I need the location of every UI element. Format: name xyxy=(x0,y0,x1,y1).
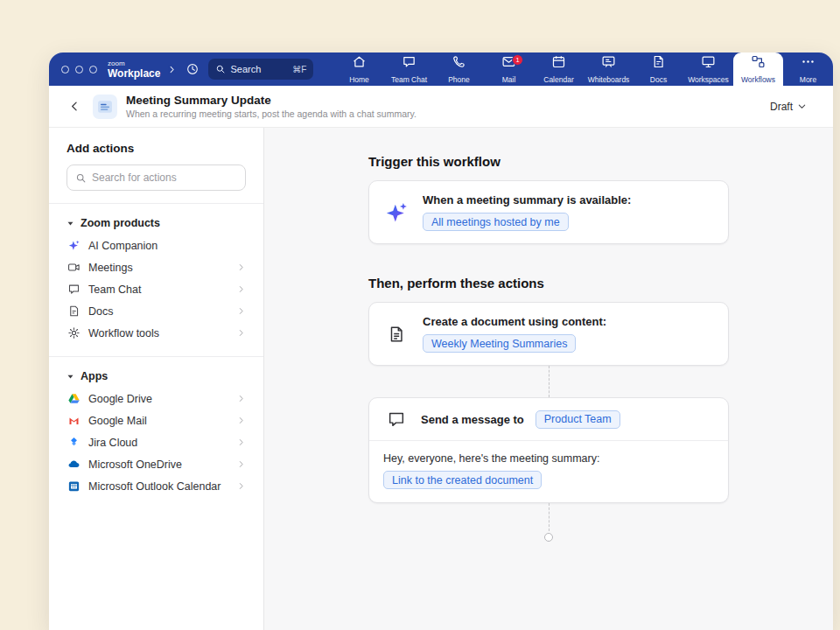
nav-label: Docs xyxy=(650,75,667,84)
nav-item-workspaces[interactable]: Workspaces xyxy=(683,52,733,86)
section-label: Zoom products xyxy=(80,217,160,229)
nav-label: Whiteboards xyxy=(588,75,630,84)
nav-item-calendar[interactable]: Calendar xyxy=(534,52,584,86)
sidebar-item-jira-cloud[interactable]: Jira Cloud xyxy=(66,431,246,453)
document-icon xyxy=(66,304,80,318)
ai-sparkle-icon xyxy=(66,239,80,252)
status-badge: Draft xyxy=(770,101,793,113)
home-icon xyxy=(352,54,367,73)
nav-item-phone[interactable]: Phone xyxy=(434,52,484,86)
actions-search-box[interactable] xyxy=(66,164,246,191)
sidebar-item-label: AI Companion xyxy=(88,240,158,252)
message-body-text: Hey, everyone, here's the meeting summar… xyxy=(383,452,714,465)
trigger-scope-chip[interactable]: All meetings hosted by me xyxy=(423,213,569,231)
nav-item-more[interactable]: More xyxy=(783,52,833,86)
section-zoom-products[interactable]: Zoom products xyxy=(66,217,246,229)
sidebar-item-microsoft-onedrive[interactable]: Microsoft OneDrive xyxy=(66,453,246,475)
search-label: Search xyxy=(230,64,261,74)
back-button[interactable] xyxy=(63,95,86,118)
chevron-right-icon xyxy=(236,438,246,447)
window-control-dot[interactable] xyxy=(89,66,97,74)
search-input[interactable] xyxy=(92,172,237,184)
send-message-text: Send a message to xyxy=(421,413,524,426)
nav-label: Phone xyxy=(448,75,470,84)
create-document-content: Create a document using content: Weekly … xyxy=(423,315,606,353)
document-title-chip[interactable]: Weekly Meeting Summaries xyxy=(423,334,576,353)
window-controls[interactable] xyxy=(61,66,97,74)
nav-label: Home xyxy=(349,75,369,84)
nav-item-home[interactable]: Home xyxy=(334,52,384,86)
search-shortcut: ⌘F xyxy=(292,65,306,74)
chevron-right-icon xyxy=(236,328,246,338)
window-control-dot[interactable] xyxy=(75,66,83,74)
sidebar-item-google-mail[interactable]: Google Mail xyxy=(66,410,246,431)
sidebar-item-docs[interactable]: Docs xyxy=(66,300,246,322)
sidebar-item-google-drive[interactable]: Google Drive xyxy=(66,388,246,410)
google-drive-icon xyxy=(66,392,80,405)
trigger-text: When a meeting summary is available: xyxy=(423,193,631,206)
caret-down-icon xyxy=(66,373,74,381)
sidebar-item-meetings[interactable]: Meetings xyxy=(66,256,246,278)
section-apps[interactable]: Apps xyxy=(66,370,246,382)
global-search[interactable]: Search ⌘F xyxy=(208,59,313,80)
sidebar-item-label: Meetings xyxy=(88,262,133,274)
section-label: Apps xyxy=(80,370,108,382)
create-document-card[interactable]: Create a document using content: Weekly … xyxy=(368,302,729,366)
brand-product: zoom xyxy=(108,60,160,67)
workflow-canvas: Trigger this workflow When a meeting sum… xyxy=(264,128,833,630)
nav-label: Mail xyxy=(502,75,516,84)
search-icon xyxy=(215,64,226,74)
nav-item-workflows[interactable]: Workflows xyxy=(733,52,783,86)
actions-sidebar: Add actions Zoom products AI Companion xyxy=(49,128,264,630)
more-icon xyxy=(801,54,816,73)
onedrive-icon xyxy=(66,458,80,471)
sidebar-item-label: Google Mail xyxy=(88,415,147,427)
window-control-dot[interactable] xyxy=(61,66,69,74)
nav-label: Team Chat xyxy=(391,75,427,84)
trigger-card[interactable]: When a meeting summary is available: All… xyxy=(368,180,729,244)
video-camera-icon xyxy=(66,261,80,274)
nav-label: Calendar xyxy=(543,75,574,84)
workflow-end-node xyxy=(544,533,553,542)
nav-item-mail[interactable]: Mail 1 xyxy=(484,52,534,86)
chevron-right-icon xyxy=(236,394,246,403)
nav-item-whiteboards[interactable]: Whiteboards xyxy=(584,52,634,86)
divider xyxy=(49,203,263,204)
sidebar-item-team-chat[interactable]: Team Chat xyxy=(66,278,246,300)
document-link-chip[interactable]: Link to the created document xyxy=(383,471,542,489)
sidebar-item-microsoft-outlook-calendar[interactable]: Microsoft Outlook Calendar xyxy=(66,475,246,497)
chevron-right-icon[interactable] xyxy=(167,65,177,74)
document-icon xyxy=(383,325,410,344)
apps-items: Google Drive Google Mail Jira Cloud xyxy=(66,388,246,497)
send-message-row: Send a message to Product Team xyxy=(369,398,728,440)
history-icon[interactable] xyxy=(186,62,200,76)
chevron-right-icon xyxy=(236,262,246,272)
gmail-icon xyxy=(66,414,80,427)
nav-item-docs[interactable]: Docs xyxy=(634,52,683,86)
chat-icon xyxy=(66,283,80,296)
sidebar-item-label: Jira Cloud xyxy=(88,437,137,449)
draft-status-button[interactable]: Draft xyxy=(763,96,814,117)
actions-heading: Then, perform these actions xyxy=(368,276,729,290)
divider xyxy=(49,356,263,357)
whiteboard-icon xyxy=(601,54,616,73)
chat-bubble-icon xyxy=(383,410,410,429)
nav-item-team-chat[interactable]: Team Chat xyxy=(384,52,434,86)
outlook-calendar-icon xyxy=(66,480,80,493)
create-document-text: Create a document using content: xyxy=(423,315,606,328)
send-message-card[interactable]: Send a message to Product Team Hey, ever… xyxy=(368,397,729,503)
sidebar-item-workflow-tools[interactable]: Workflow tools xyxy=(66,322,246,344)
recipient-chip[interactable]: Product Team xyxy=(536,410,620,429)
workspaces-icon xyxy=(701,54,716,73)
sidebar-item-label: Team Chat xyxy=(88,284,141,296)
chevron-right-icon xyxy=(236,481,246,491)
workflow-header: Meeting Summary Update When a recurring … xyxy=(49,86,833,128)
workflow-column: Trigger this workflow When a meeting sum… xyxy=(368,128,729,630)
nav-label: More xyxy=(800,75,816,84)
sidebar-item-label: Workflow tools xyxy=(88,327,159,340)
sidebar-item-label: Microsoft Outlook Calendar xyxy=(88,480,220,493)
chevron-right-icon xyxy=(236,459,246,469)
sidebar-item-ai-companion[interactable]: AI Companion xyxy=(66,234,246,256)
brand-name: Workplace xyxy=(108,68,160,79)
connector-dashed-line xyxy=(549,503,550,531)
